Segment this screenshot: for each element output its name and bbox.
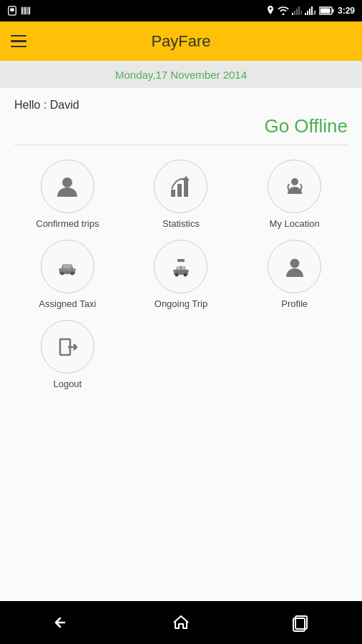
svg-rect-33 <box>177 266 180 270</box>
time-display: 3:29 <box>338 6 355 16</box>
grid-item-logout[interactable]: Logout <box>14 320 121 389</box>
date-bar: Monday,17 November 2014 <box>0 61 362 88</box>
svg-text:1: 1 <box>300 10 302 15</box>
hamburger-line3 <box>11 46 26 48</box>
svg-rect-27 <box>59 268 76 271</box>
hamburger-line1 <box>11 35 26 37</box>
battery-icon <box>319 6 335 15</box>
svg-rect-24 <box>184 180 188 197</box>
svg-rect-9 <box>294 11 295 15</box>
hamburger-menu[interactable] <box>11 35 26 48</box>
grid-item-statistics[interactable]: Statistics <box>128 160 235 229</box>
assigned-taxi-icon-circle <box>41 240 94 293</box>
svg-rect-14 <box>307 11 308 15</box>
assigned-taxi-label: Assigned Taxi <box>39 298 96 309</box>
svg-rect-1 <box>10 9 14 11</box>
car-icon <box>54 254 80 280</box>
home-button[interactable] <box>171 613 191 633</box>
svg-rect-3 <box>24 7 24 15</box>
recents-button[interactable] <box>292 613 312 633</box>
confirmed-trips-label: Confirmed trips <box>36 218 99 229</box>
status-left-icons <box>7 6 31 16</box>
signal1-icon: 1 <box>292 6 302 15</box>
location-person-icon <box>282 174 308 200</box>
my-location-icon-circle <box>268 160 321 213</box>
status-bar: 1 2 3:29 <box>0 0 362 21</box>
greeting-text: Hello : David <box>14 99 348 112</box>
svg-rect-8 <box>292 13 293 15</box>
svg-rect-23 <box>177 184 182 197</box>
svg-rect-22 <box>171 190 175 197</box>
svg-point-36 <box>183 273 187 276</box>
taxi-icon <box>168 254 194 280</box>
date-display: Monday,17 November 2014 <box>115 69 247 81</box>
svg-text:2: 2 <box>313 10 316 15</box>
svg-rect-30 <box>63 264 72 268</box>
location-status-icon <box>266 6 275 16</box>
app-title: PayFare <box>151 32 210 51</box>
grid-item-assigned-taxi[interactable]: Assigned Taxi <box>14 240 121 309</box>
wifi-icon <box>278 6 289 15</box>
svg-rect-11 <box>298 6 300 15</box>
svg-rect-5 <box>26 7 27 15</box>
person-icon <box>54 174 80 200</box>
statistics-icon-circle <box>154 160 207 213</box>
back-arrow-icon <box>50 613 70 633</box>
svg-point-35 <box>175 273 178 276</box>
back-button[interactable] <box>50 613 70 633</box>
profile-icon-circle <box>268 240 321 293</box>
svg-point-26 <box>291 178 298 185</box>
bottom-nav-bar <box>0 601 362 644</box>
svg-rect-31 <box>177 259 185 262</box>
ongoing-trip-label: Ongoing Trip <box>155 298 207 309</box>
app-header: PayFare <box>0 21 362 61</box>
svg-rect-6 <box>28 7 29 15</box>
svg-rect-19 <box>332 9 333 13</box>
status-right-icons: 1 2 3:29 <box>266 6 355 16</box>
svg-point-21 <box>62 177 72 187</box>
my-location-label: My Location <box>270 218 320 229</box>
home-icon <box>171 613 191 633</box>
go-offline-button[interactable]: Go Offline <box>14 115 348 137</box>
profile-icon <box>282 254 308 280</box>
chart-icon <box>168 174 194 200</box>
logout-icon-circle <box>41 320 94 374</box>
svg-rect-16 <box>311 6 313 15</box>
hamburger-line2 <box>11 40 26 42</box>
logout-icon <box>54 334 80 360</box>
divider <box>14 145 348 145</box>
logout-label: Logout <box>53 379 82 389</box>
svg-point-28 <box>61 271 64 275</box>
sim-icon <box>7 6 17 16</box>
confirmed-trips-icon-circle <box>41 160 94 213</box>
grid-item-my-location[interactable]: My Location <box>241 160 348 229</box>
svg-rect-2 <box>21 7 23 15</box>
barcode-icon <box>21 6 31 16</box>
recents-icon <box>292 613 312 633</box>
svg-rect-13 <box>305 13 306 15</box>
svg-point-29 <box>71 271 74 275</box>
svg-rect-32 <box>173 270 189 272</box>
svg-rect-7 <box>29 7 30 15</box>
profile-label: Profile <box>281 298 308 309</box>
svg-point-37 <box>290 258 299 268</box>
svg-rect-10 <box>296 9 298 15</box>
signal2-icon: 2 <box>305 6 316 15</box>
svg-rect-15 <box>309 9 310 15</box>
menu-grid: Confirmed trips Statistics <box>14 160 348 389</box>
grid-item-profile[interactable]: Profile <box>241 240 348 309</box>
svg-rect-20 <box>320 9 330 14</box>
main-content: Hello : David Go Offline Confirmed trips <box>0 88 362 601</box>
grid-item-confirmed-trips[interactable]: Confirmed trips <box>14 160 121 229</box>
svg-rect-34 <box>182 266 185 270</box>
ongoing-trip-icon-circle <box>154 240 207 293</box>
statistics-label: Statistics <box>162 218 200 229</box>
svg-rect-4 <box>24 7 26 15</box>
grid-item-ongoing-trip[interactable]: Ongoing Trip <box>128 240 235 309</box>
